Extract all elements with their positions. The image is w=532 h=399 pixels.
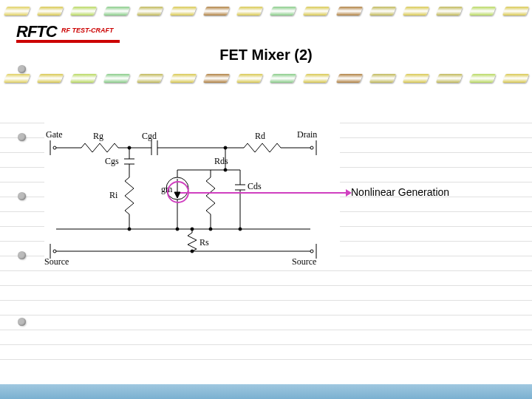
decor-bar — [335, 7, 362, 16]
guide-line — [0, 359, 532, 360]
bullet-dot — [18, 133, 26, 141]
label-rd: Rd — [255, 131, 265, 141]
guide-line — [0, 344, 532, 345]
decor-bar — [3, 7, 30, 16]
decor-bar — [269, 7, 296, 16]
label-gate: Gate — [46, 129, 63, 140]
decor-bar — [502, 74, 528, 83]
decor-bar — [402, 74, 429, 83]
label-ri: Ri — [109, 190, 118, 200]
svg-point-22 — [310, 250, 313, 253]
svg-point-1 — [53, 146, 56, 149]
label-rds: Rds — [214, 156, 228, 166]
guide-line — [0, 315, 532, 316]
svg-point-45 — [176, 228, 179, 231]
decor-bar — [202, 7, 229, 16]
bullet-dot — [18, 65, 26, 73]
label-cgd: Cgd — [142, 131, 157, 141]
guide-line — [0, 300, 532, 301]
svg-point-44 — [128, 228, 131, 231]
decor-bar — [136, 7, 163, 16]
decor-bar — [69, 7, 96, 16]
label-cds: Cds — [248, 181, 262, 191]
label-drain: Drain — [297, 129, 317, 140]
svg-point-38 — [224, 146, 227, 149]
guide-line — [0, 330, 532, 330]
decor-bar — [369, 7, 395, 16]
decor-bar — [169, 74, 196, 83]
svg-point-19 — [53, 250, 56, 253]
logo-sub: RF TEST-CRAFT — [61, 27, 114, 34]
label-rs: Rs — [200, 237, 209, 248]
decor-bar — [236, 7, 262, 16]
decor-bar — [435, 7, 462, 16]
decor-bar — [435, 74, 462, 83]
logo-underline — [16, 40, 120, 43]
logo: RFTC RF TEST-CRAFT — [16, 22, 112, 41]
bullet-dot — [18, 251, 26, 259]
svg-point-9 — [310, 146, 313, 149]
decor-bar — [269, 74, 296, 83]
decor-bar — [335, 74, 362, 83]
annotation-arrow-line — [180, 192, 349, 194]
svg-point-26 — [191, 228, 194, 231]
decor-bar — [3, 74, 30, 83]
logo-main: RFTC — [16, 22, 57, 41]
label-source-l: Source — [44, 256, 69, 266]
bullet-dot — [18, 318, 26, 326]
guide-line — [0, 270, 532, 271]
page-title: FET Mixer (2) — [0, 47, 532, 64]
svg-point-47 — [239, 228, 242, 231]
decor-bar — [468, 7, 495, 16]
decor-bar — [103, 7, 129, 16]
decor-bars-mid — [0, 70, 532, 86]
decor-bar — [236, 74, 262, 83]
guide-line — [0, 285, 532, 286]
label-source-r: Source — [292, 256, 316, 266]
decor-bar — [36, 74, 63, 83]
footer-bar — [0, 384, 532, 399]
decor-bar — [302, 7, 329, 16]
decor-bar — [136, 74, 163, 83]
decor-bar — [402, 7, 429, 16]
label-cgs: Cgs — [105, 156, 119, 166]
decor-bar — [36, 7, 63, 16]
svg-point-46 — [209, 228, 212, 231]
decor-bars-top — [0, 3, 532, 19]
decor-bar — [369, 74, 395, 83]
decor-bar — [468, 74, 495, 83]
svg-point-27 — [191, 250, 194, 253]
decor-bar — [69, 74, 96, 83]
decor-bar — [202, 74, 229, 83]
label-rg: Rg — [93, 131, 103, 141]
decor-bar — [169, 7, 196, 16]
annotation-text: Nonlinear Generation — [351, 186, 449, 198]
decor-bar — [302, 74, 329, 83]
decor-bar — [103, 74, 129, 83]
decor-bar — [502, 7, 528, 16]
bullet-dot — [18, 192, 26, 200]
